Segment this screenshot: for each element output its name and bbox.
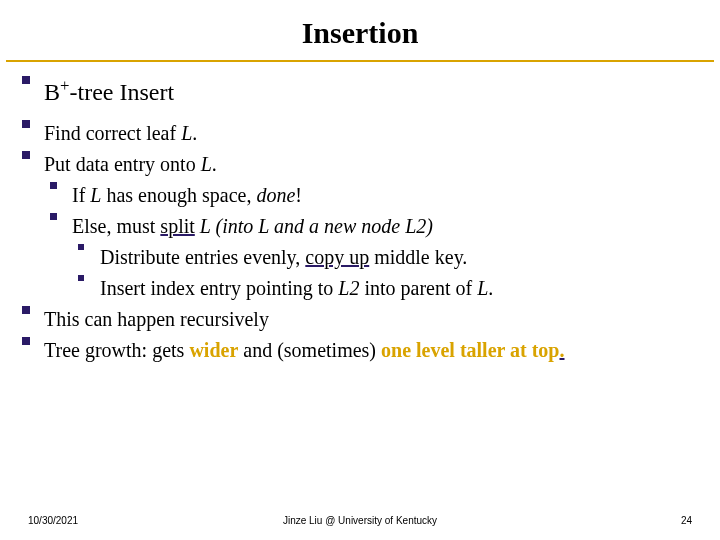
text: Tree growth: gets wider and (sometimes) … <box>44 337 698 364</box>
t: Tree growth: gets <box>44 339 189 361</box>
bullet-icon <box>22 337 44 347</box>
t: . <box>212 153 217 175</box>
text: Insert index entry pointing to L2 into p… <box>100 275 698 302</box>
trailing-dot: . <box>560 339 565 361</box>
var-L: L <box>200 215 211 237</box>
done: done <box>256 184 295 206</box>
svg-rect-5 <box>78 244 84 250</box>
svg-rect-2 <box>22 151 30 159</box>
bullet-icon <box>78 244 100 252</box>
t: (into <box>211 215 259 237</box>
t: and (sometimes) <box>238 339 381 361</box>
var-L: L <box>181 122 192 144</box>
slide-title: Insertion <box>0 0 720 60</box>
item-distribute: Distribute entries evenly, copy up middl… <box>22 244 698 271</box>
item-else-split: Else, must split L (into L and a new nod… <box>22 213 698 240</box>
bullet-icon <box>22 76 44 86</box>
t: Find correct leaf <box>44 122 181 144</box>
text: This can happen recursively <box>44 306 698 333</box>
item-put-entry: Put data entry onto L. <box>22 151 698 178</box>
bullet-icon <box>50 213 72 221</box>
var-L: L <box>90 184 101 206</box>
footer-date: 10/30/2021 <box>28 515 78 526</box>
bullet-icon <box>22 306 44 316</box>
bullet-icon <box>22 151 44 161</box>
bullet-icon <box>78 275 100 283</box>
text: Else, must split L (into L and a new nod… <box>72 213 698 240</box>
t: ) <box>426 215 433 237</box>
var-L: L <box>405 215 416 237</box>
item-recursive: This can happen recursively <box>22 306 698 333</box>
taller: one level taller at top <box>381 339 559 361</box>
wider: wider <box>189 339 238 361</box>
t: Else, must <box>72 215 160 237</box>
t: has enough space, <box>101 184 256 206</box>
slide-body: B+-tree Insert Find correct leaf L. Put … <box>0 76 720 364</box>
heading-b: B <box>44 79 60 105</box>
t: middle key. <box>369 246 467 268</box>
item-if-space: If L has enough space, done! <box>22 182 698 209</box>
item-insert-index: Insert index entry pointing to L2 into p… <box>22 275 698 302</box>
svg-rect-6 <box>78 275 84 281</box>
var-L: L <box>338 277 349 299</box>
text: Put data entry onto L. <box>44 151 698 178</box>
bullet-icon <box>50 182 72 190</box>
footer-page-number: 24 <box>681 515 692 526</box>
item-growth: Tree growth: gets wider and (sometimes) … <box>22 337 698 364</box>
t: Distribute entries evenly, <box>100 246 305 268</box>
t: Put data entry onto <box>44 153 201 175</box>
svg-rect-3 <box>50 182 57 189</box>
t: . <box>488 277 493 299</box>
copy-up: copy up <box>305 246 369 268</box>
svg-rect-0 <box>22 76 30 84</box>
t: Insert index entry pointing to <box>100 277 338 299</box>
text: If L has enough space, done! <box>72 182 698 209</box>
title-divider <box>6 60 714 62</box>
t: ! <box>295 184 302 206</box>
t: into parent of <box>359 277 477 299</box>
footer-attribution: Jinze Liu @ University of Kentucky <box>0 515 720 526</box>
heading-row: B+-tree Insert <box>22 76 698 108</box>
svg-rect-7 <box>22 306 30 314</box>
num2: 2 <box>349 277 359 299</box>
heading-rest: -tree Insert <box>69 79 174 105</box>
var-L: L <box>477 277 488 299</box>
text: Find correct leaf L. <box>44 120 698 147</box>
t: If <box>72 184 90 206</box>
var-L: L <box>258 215 269 237</box>
slide-footer: 10/30/2021 Jinze Liu @ University of Ken… <box>0 515 720 526</box>
num2: 2 <box>416 215 426 237</box>
text: Distribute entries evenly, copy up middl… <box>100 244 698 271</box>
split-word: split <box>160 215 194 237</box>
svg-rect-1 <box>22 120 30 128</box>
slide: Insertion B+-tree Insert Find correct le… <box>0 0 720 540</box>
t: and a new node <box>269 215 405 237</box>
var-L: L <box>201 153 212 175</box>
item-find-leaf: Find correct leaf L. <box>22 120 698 147</box>
svg-rect-4 <box>50 213 57 220</box>
t: . <box>192 122 197 144</box>
svg-rect-8 <box>22 337 30 345</box>
heading-text: B+-tree Insert <box>44 76 698 108</box>
bullet-icon <box>22 120 44 130</box>
